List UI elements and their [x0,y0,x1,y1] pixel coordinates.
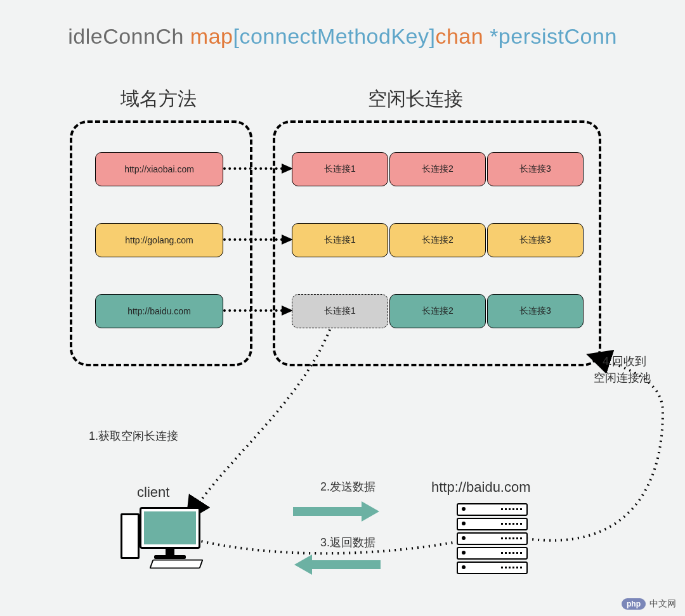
map-key-2-label: http://baidu.com [127,306,191,316]
key1-to-row1-line [223,238,283,241]
conn-r0-c0: 长连接1 [292,152,388,186]
step1-label: 1.获取空闲长连接 [89,428,178,444]
conn-r0-c2: 长连接3 [487,152,584,186]
map-key-1-label: http://golang.com [125,235,193,245]
conn-r0-c2-label: 长连接3 [519,164,551,175]
conn-r2-c2: 长连接3 [487,294,584,328]
section-label-keys: 域名方法 [121,86,197,112]
map-key-2: http://baidu.com [95,294,223,328]
step4-label-a: 4.回收到 [603,354,646,369]
step3-label: 3.返回数据 [320,535,375,550]
conn-r0-c0-label: 长连接1 [324,164,356,175]
title-valtype: *persistConn [490,24,617,48]
type-declaration-title: idleConnCh map[connectMethodKey]chan *pe… [0,24,685,49]
title-map: map [190,24,233,48]
conn-r1-c0-label: 长连接1 [324,234,356,246]
step4-label-b: 空闲连接池 [594,370,651,385]
title-rbrack: ] [429,24,436,48]
watermark-badge: php [622,598,646,610]
title-id: idleConnCh [68,24,190,48]
conn-r1-c1: 长连接2 [389,223,486,257]
key2-to-row2-line [223,309,283,312]
conn-r2-c2-label: 长连接3 [519,305,551,317]
title-lbrack: [ [233,24,239,48]
server-label: http://baidu.com [431,479,531,496]
key1-to-row1-arrow [282,234,293,245]
map-key-1: http://golang.com [95,223,223,257]
conn-r2-c0-label: 长连接1 [324,305,356,317]
conn-r2-c1: 长连接2 [389,294,486,328]
conn-r0-c1: 长连接2 [389,152,486,186]
watermark: php 中文网 [622,598,676,610]
conn-r1-c2: 长连接3 [487,223,584,257]
conn-r1-c2-label: 长连接3 [519,234,551,246]
title-chan: chan [435,24,490,48]
step2-label: 2.发送数据 [320,479,375,494]
map-key-0-label: http://xiaobai.com [124,164,194,174]
key0-to-row0-line [223,167,283,170]
key0-to-row0-arrow [282,164,293,174]
send-arrow-body [293,507,363,516]
section-label-conns: 空闲长连接 [368,86,463,112]
recv-arrow-head [294,555,312,575]
send-arrow-head [362,501,379,522]
client-label: client [137,484,169,501]
title-keytype: connectMethodKey [239,24,429,48]
recv-arrow-body [311,560,381,569]
conn-r1-c1-label: 长连接2 [422,234,453,246]
watermark-text: 中文网 [649,598,676,610]
client-computer-icon [140,507,200,559]
diagram-canvas: idleConnCh map[connectMethodKey]chan *pe… [0,0,685,616]
map-key-0: http://xiaobai.com [95,152,223,186]
conn-r2-c1-label: 长连接2 [422,305,453,317]
conn-r2-c0-checked-out: 长连接1 [292,294,388,328]
server-rack-icon [457,503,528,576]
key2-to-row2-arrow [282,305,293,316]
conn-r0-c1-label: 长连接2 [422,164,453,175]
conn-r1-c0: 长连接1 [292,223,388,257]
